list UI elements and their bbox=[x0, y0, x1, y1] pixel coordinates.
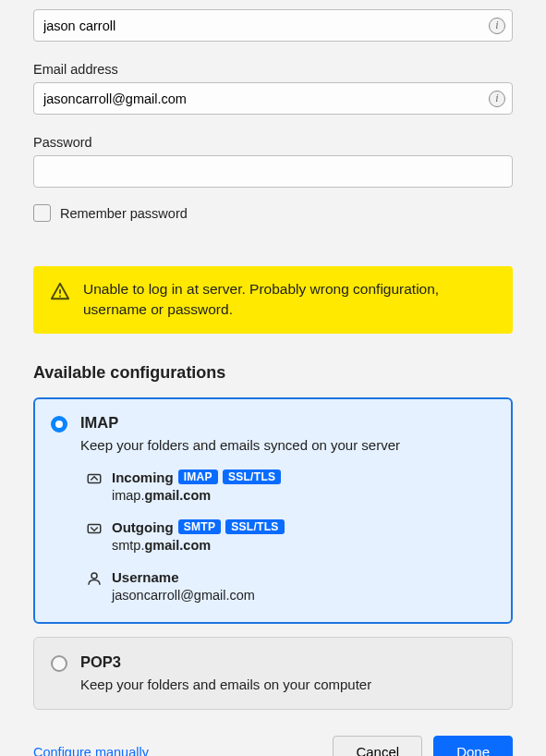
config-option-imap[interactable]: IMAP Keep your folders and emails synced… bbox=[33, 397, 513, 624]
outgoing-host: smtp.gmail.com bbox=[112, 538, 495, 553]
radio-pop3[interactable] bbox=[51, 655, 67, 672]
incoming-label: Incoming bbox=[112, 469, 174, 485]
badge-smtp-proto: SMTP bbox=[178, 519, 222, 534]
password-label: Password bbox=[33, 135, 513, 150]
badge-smtp-security: SSL/TLS bbox=[225, 519, 284, 534]
email-label: Email address bbox=[33, 62, 513, 77]
badge-imap-proto: IMAP bbox=[178, 469, 218, 484]
outgoing-label: Outgoing bbox=[112, 519, 174, 535]
done-button[interactable]: Done bbox=[433, 736, 513, 756]
imap-desc: Keep your folders and emails synced on y… bbox=[80, 437, 495, 453]
incoming-icon bbox=[86, 470, 103, 487]
incoming-host: imap.gmail.com bbox=[112, 488, 495, 503]
warning-icon bbox=[50, 281, 70, 301]
remember-password-label: Remember password bbox=[60, 206, 188, 221]
name-input[interactable] bbox=[33, 9, 513, 42]
username-value: jasoncarroll@gmail.com bbox=[112, 588, 495, 603]
radio-imap[interactable] bbox=[51, 416, 67, 433]
cancel-button[interactable]: Cancel bbox=[333, 736, 422, 756]
info-icon[interactable]: i bbox=[489, 18, 505, 34]
email-input[interactable] bbox=[33, 82, 513, 115]
configure-manually-link[interactable]: Configure manually bbox=[33, 745, 322, 756]
pop3-title: POP3 bbox=[80, 653, 495, 671]
svg-point-4 bbox=[91, 573, 97, 579]
username-label: Username bbox=[112, 569, 179, 585]
outgoing-icon bbox=[86, 520, 103, 537]
available-configurations-title: Available configurations bbox=[33, 363, 513, 383]
config-option-pop3[interactable]: POP3 Keep your folders and emails on you… bbox=[33, 637, 513, 710]
error-alert: Unable to log in at server. Probably wro… bbox=[33, 266, 513, 334]
remember-password-checkbox[interactable] bbox=[33, 204, 51, 222]
svg-point-1 bbox=[59, 295, 61, 297]
imap-title: IMAP bbox=[80, 414, 495, 432]
badge-imap-security: SSL/TLS bbox=[223, 469, 281, 484]
pop3-desc: Keep your folders and emails on your com… bbox=[80, 677, 495, 692]
error-message: Unable to log in at server. Probably wro… bbox=[83, 279, 496, 321]
info-icon[interactable]: i bbox=[489, 91, 505, 107]
person-icon bbox=[86, 570, 103, 587]
password-input[interactable] bbox=[33, 155, 513, 188]
